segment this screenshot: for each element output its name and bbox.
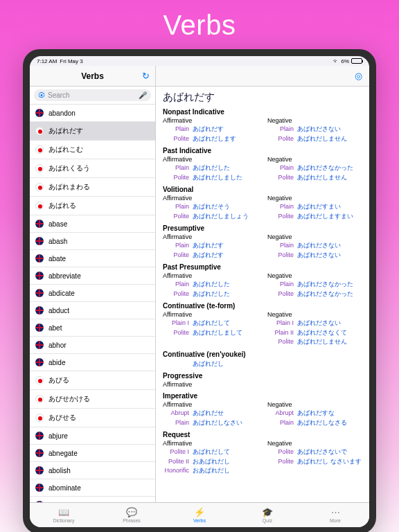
detail-pane: ◎ あばれだす Nonpast IndicativeAffirmativePla… [156,66,369,502]
verb-item[interactable]: abate [30,250,155,267]
mic-icon[interactable]: 🎤 [139,91,147,99]
verb-item[interactable]: あばれくるう [30,159,155,178]
column-head: Negative [267,233,362,240]
jp-flag-icon [35,376,44,384]
form-value: あばれださなかった [297,280,353,290]
form-value: あばれだした [193,163,230,173]
form-value: あばれだしません [297,337,347,347]
jp-flag-icon [35,414,44,422]
form-label: Polite [163,290,189,299]
form-label: Honorific [163,466,189,476]
form-value: あばれだそう [193,202,230,212]
verb-item[interactable]: あばれだす [30,122,155,141]
verb-item[interactable]: あばれる [30,197,155,215]
list-header: Verbs ↻ [30,66,155,87]
form-value: あばれださなくて [297,328,347,338]
tab-quiz[interactable]: 🎓Quiz [233,503,301,527]
form-value: あばれだしなさる [297,418,347,428]
uk-flag-icon [35,432,44,440]
verb-label: あばれる [48,201,76,211]
verb-item[interactable]: abase [30,215,155,233]
verb-list[interactable]: abandonあばれだすあばれこむあばれくるうあばれまわるあばれるabaseab… [30,105,155,502]
form-value: あばれだして [193,319,230,328]
conjugation-section-title: Presumptive [163,224,362,232]
verb-item[interactable]: あびせる [30,409,155,427]
jp-flag-icon [35,202,44,210]
form-label: Plain [163,163,189,173]
column-head: Negative [267,156,362,163]
verb-item[interactable]: あびせかける [30,390,155,409]
tab-bar: 📖Dictionary💬Phrases⚡Verbs🎓Quiz⋯More [30,502,369,527]
form-value: あばれださないで [297,447,347,457]
form-label: Plain [163,241,189,251]
verb-item[interactable]: abbreviate [30,267,155,285]
form-value: あばれだし [193,360,224,369]
verb-item[interactable]: abandon [30,105,155,122]
headword: あばれだす [163,91,362,104]
list-title: Verbs [81,71,104,81]
verb-label: abase [48,220,67,228]
form-label: Abrupt [163,409,189,418]
conjugation-section-title: Past Indicative [163,147,362,154]
column-head: Affirmative [163,272,258,279]
tab-verbs[interactable]: ⚡Verbs [166,503,233,527]
form-value: おあばれだし [193,466,230,476]
tab-dictionary[interactable]: 📖Dictionary [30,503,98,527]
verb-label: abominate [48,484,81,492]
uk-flag-icon [35,220,44,228]
column-head: Affirmative [163,381,362,388]
verb-item[interactable]: abominate [30,479,155,497]
verb-item[interactable]: abhor [30,337,155,354]
conjugation-section-title: Nonpast Indicative [163,108,362,116]
form-label: Polite [267,173,294,183]
form-label: Plain I [163,319,189,328]
verb-item[interactable]: あびる [30,371,155,390]
verb-item[interactable]: abnegate [30,445,155,462]
search-input[interactable] [48,91,136,99]
verb-item[interactable]: abort [30,497,155,502]
verb-label: abduct [48,307,69,314]
tab-more[interactable]: ⋯More [301,503,369,527]
verb-item[interactable]: abjure [30,427,155,445]
search-box[interactable]: ⦿ 🎤 [34,89,151,101]
form-label: Plain II [267,328,294,338]
verb-item[interactable]: あばれまわる [30,178,155,197]
form-value: あばれだす [193,125,224,134]
form-value: あばれだした [193,290,230,299]
tab-phrases[interactable]: 💬Phrases [98,503,166,527]
verb-item[interactable]: abduct [30,302,155,319]
battery-pct: 6% [341,58,349,64]
form-value: あばれだすな [297,409,335,418]
column-head: Affirmative [163,440,258,447]
verb-item[interactable]: abash [30,233,155,250]
conjugation-section-title: Past Presumptive [163,263,362,271]
uk-flag-icon [35,272,44,280]
history-button[interactable]: ↻ [142,71,150,81]
form-label: Abrupt [267,409,294,418]
form-value: あばれだしますまい [297,212,353,222]
verb-item[interactable]: abide [30,354,155,371]
verb-label: abandon [48,109,76,117]
verb-item[interactable]: abet [30,319,155,337]
verb-item[interactable]: abolish [30,462,155,479]
tab-icon: ⋯ [331,507,340,517]
form-label: Plain [163,202,189,212]
form-label: Plain [267,241,294,251]
column-head: Affirmative [163,311,258,318]
column-head: Affirmative [163,117,258,124]
conjugation-section-title: Request [163,431,362,438]
form-value: あばれだし なさいます [297,457,362,467]
verb-label: abolish [48,467,71,475]
verb-item[interactable]: abdicate [30,285,155,302]
tab-icon: 📖 [58,507,69,517]
form-label: Plain [267,280,294,290]
form-value: あばれだしまして [193,328,242,338]
detail-body[interactable]: あばれだす Nonpast IndicativeAffirmativePlain… [156,87,369,502]
form-label: Polite [163,251,189,260]
audio-button[interactable]: ◎ [355,71,362,81]
conjugation-section-title: Imperative [163,392,362,400]
verb-item[interactable]: あばれこむ [30,141,155,159]
tab-icon: ⚡ [194,507,205,517]
column-head: Negative [267,311,362,318]
form-value: あばれだしません [297,173,347,183]
